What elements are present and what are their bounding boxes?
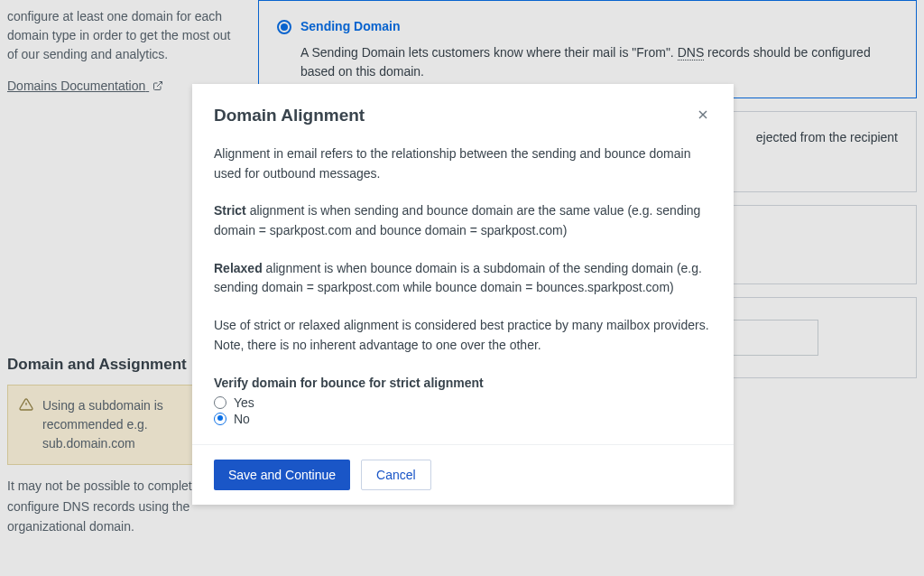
modal-intro: Alignment in email refers to the relatio… bbox=[214, 144, 712, 183]
modal-close-button[interactable] bbox=[694, 106, 712, 126]
modal-save-continue-button[interactable]: Save and Continue bbox=[214, 460, 350, 490]
verify-no-option[interactable]: No bbox=[214, 412, 712, 426]
modal-title: Domain Alignment bbox=[214, 106, 365, 125]
modal-relaxed: Relaxed alignment is when bounce domain … bbox=[214, 259, 712, 298]
domain-alignment-modal: Domain Alignment Alignment in email refe… bbox=[192, 84, 734, 505]
modal-cancel-button[interactable]: Cancel bbox=[361, 460, 431, 490]
verify-yes-option[interactable]: Yes bbox=[214, 395, 712, 410]
radio-icon bbox=[214, 396, 226, 409]
modal-note: Use of strict or relaxed alignment is co… bbox=[214, 316, 712, 355]
close-icon bbox=[696, 111, 710, 125]
verify-yes-label: Yes bbox=[234, 395, 254, 410]
modal-strict: Strict alignment is when sending and bou… bbox=[214, 201, 712, 240]
verify-no-label: No bbox=[234, 412, 250, 426]
verify-radio-label: Verify domain for bounce for strict alig… bbox=[214, 376, 712, 390]
radio-icon bbox=[214, 413, 226, 425]
